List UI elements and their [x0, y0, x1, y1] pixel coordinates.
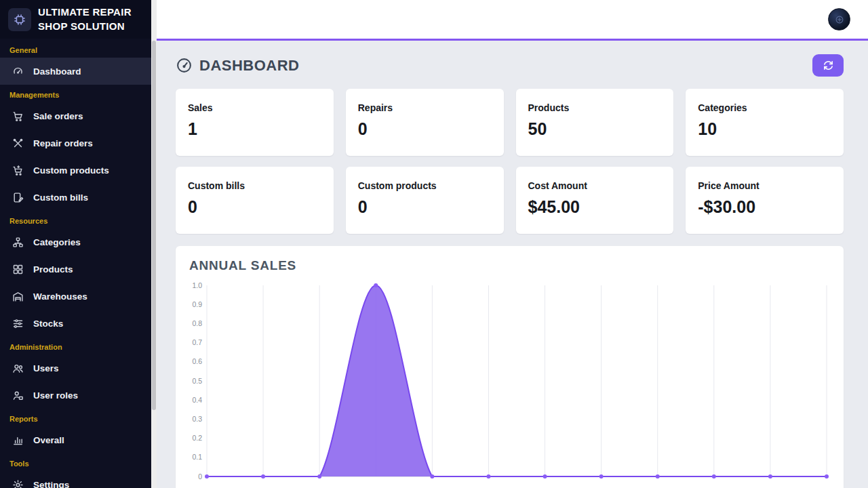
- gauge-icon: [11, 66, 24, 77]
- warehouse-icon: [11, 291, 24, 302]
- sidebar-item-sale-orders[interactable]: Sale orders: [0, 102, 151, 129]
- sidebar-item-label: Dashboard: [33, 66, 81, 77]
- nav-section-label-general: General: [0, 40, 151, 58]
- sidebar-scrollbar-thumb[interactable]: [152, 41, 156, 410]
- stat-card-products: Products50: [516, 89, 674, 156]
- sidebar-nav: GeneralDashboardManagementsSale ordersRe…: [0, 39, 151, 488]
- sidebar-item-label: Custom bills: [33, 192, 88, 203]
- sliders-icon: [11, 318, 24, 329]
- stat-label: Repairs: [358, 102, 492, 113]
- stat-value: $45.00: [528, 197, 662, 217]
- content: DASHBOARD Sales1Repairs0Products50Catego…: [157, 41, 868, 488]
- sidebar-item-user-roles[interactable]: User roles: [0, 382, 151, 409]
- stat-label: Custom products: [358, 180, 492, 191]
- stat-label: Custom bills: [188, 180, 321, 191]
- sidebar-item-categories[interactable]: Categories: [0, 228, 151, 256]
- stat-value: 0: [188, 197, 321, 217]
- sidebar: ULTIMATE REPAIR SHOP SOLUTION GeneralDas…: [0, 0, 151, 488]
- chart-icon: [11, 434, 24, 446]
- refresh-button[interactable]: [812, 54, 844, 77]
- page-head: DASHBOARD: [176, 54, 844, 77]
- stat-label: Price Amount: [698, 180, 831, 191]
- stat-card-custom-products: Custom products0: [346, 167, 504, 234]
- page-title-text: DASHBOARD: [199, 57, 300, 75]
- refresh-icon: [823, 60, 834, 71]
- stat-card-repairs: Repairs0: [346, 89, 504, 156]
- gear-icon: [11, 479, 24, 488]
- stat-label: Products: [528, 102, 662, 113]
- brand-title-line2: SHOP SOLUTION: [38, 20, 132, 33]
- svg-text:0.1: 0.1: [192, 453, 202, 461]
- avatar[interactable]: [828, 8, 850, 30]
- stat-value: 10: [698, 119, 831, 139]
- sidebar-item-stocks[interactable]: Stocks: [0, 310, 151, 337]
- main-area: DASHBOARD Sales1Repairs0Products50Catego…: [157, 0, 868, 488]
- stat-card-sales: Sales1: [176, 89, 334, 156]
- sidebar-item-settings[interactable]: Settings: [0, 471, 151, 488]
- annual-sales-chart: 1.00.90.80.70.60.50.40.30.20.10: [189, 280, 830, 488]
- boxes-icon: [11, 264, 24, 275]
- svg-text:0.7: 0.7: [192, 338, 202, 346]
- annual-sales-card: ANNUAL SALES 1.00.90.80.70.60.50.40.30.2…: [176, 246, 844, 488]
- nav-section-label-managements: Managements: [0, 85, 151, 102]
- sidebar-item-products[interactable]: Products: [0, 256, 151, 283]
- sidebar-item-label: User roles: [33, 390, 78, 401]
- sidebar-item-users[interactable]: Users: [0, 354, 151, 382]
- stat-value: 1: [188, 119, 321, 139]
- user-tag-icon: [11, 390, 24, 401]
- svg-text:0.6: 0.6: [192, 357, 202, 365]
- stat-label: Categories: [698, 102, 831, 113]
- svg-text:1.0: 1.0: [192, 281, 202, 289]
- sidebar-item-label: Stocks: [33, 319, 63, 329]
- sidebar-item-label: Warehouses: [33, 291, 87, 302]
- app: ULTIMATE REPAIR SHOP SOLUTION GeneralDas…: [0, 0, 868, 488]
- sidebar-item-label: Sale orders: [33, 111, 83, 121]
- stat-card-custom-bills: Custom bills0: [176, 167, 334, 234]
- sidebar-item-custom-products[interactable]: Custom products: [0, 157, 151, 184]
- nav-section-label-administration: Administration: [0, 337, 151, 354]
- svg-text:0.5: 0.5: [192, 377, 202, 385]
- brand[interactable]: ULTIMATE REPAIR SHOP SOLUTION: [0, 0, 151, 39]
- stat-label: Sales: [188, 102, 321, 113]
- stat-value: 50: [528, 119, 662, 139]
- sidebar-item-warehouses[interactable]: Warehouses: [0, 283, 151, 310]
- stat-label: Cost Amount: [528, 180, 662, 191]
- sidebar-item-label: Overall: [33, 435, 64, 445]
- topbar: [157, 0, 868, 41]
- brand-title: ULTIMATE REPAIR SHOP SOLUTION: [38, 5, 132, 33]
- stat-card-cost-amount: Cost Amount$45.00: [516, 167, 674, 234]
- nav-section-label-resources: Resources: [0, 211, 151, 228]
- users-icon: [11, 363, 24, 374]
- svg-text:0.2: 0.2: [192, 434, 202, 442]
- sidebar-item-overall[interactable]: Overall: [0, 426, 151, 453]
- sidebar-item-custom-bills[interactable]: Custom bills: [0, 184, 151, 211]
- sitemap-icon: [11, 237, 24, 248]
- stat-value: 0: [358, 197, 492, 217]
- file-pen-icon: [11, 192, 24, 203]
- sidebar-item-label: Custom products: [33, 165, 109, 176]
- svg-text:0.8: 0.8: [192, 319, 202, 327]
- cart-icon: [11, 110, 24, 122]
- sidebar-item-dashboard[interactable]: Dashboard: [0, 58, 151, 85]
- sidebar-item-repair-orders[interactable]: Repair orders: [0, 129, 151, 157]
- sidebar-scrollbar[interactable]: [151, 0, 157, 488]
- sidebar-item-label: Categories: [33, 237, 81, 247]
- cart-plus-icon: [11, 165, 24, 176]
- brand-title-line1: ULTIMATE REPAIR: [38, 5, 132, 19]
- page-title: DASHBOARD: [176, 57, 300, 75]
- stats-grid: Sales1Repairs0Products50Categories10Cust…: [176, 89, 844, 234]
- svg-text:0.3: 0.3: [192, 415, 202, 423]
- svg-text:0: 0: [198, 472, 202, 481]
- sidebar-item-label: Settings: [33, 480, 69, 488]
- brand-logo-icon: [8, 8, 31, 31]
- stat-card-price-amount: Price Amount-$30.00: [686, 167, 844, 234]
- gauge-icon: [176, 57, 193, 74]
- sidebar-item-label: Users: [33, 363, 59, 373]
- svg-text:0.9: 0.9: [192, 300, 202, 308]
- nav-section-label-reports: Reports: [0, 409, 151, 426]
- sidebar-item-label: Repair orders: [33, 138, 93, 148]
- annual-sales-title: ANNUAL SALES: [189, 258, 830, 273]
- tools-icon: [11, 138, 24, 149]
- stat-value: 0: [358, 119, 492, 139]
- nav-section-label-tools: Tools: [0, 453, 151, 471]
